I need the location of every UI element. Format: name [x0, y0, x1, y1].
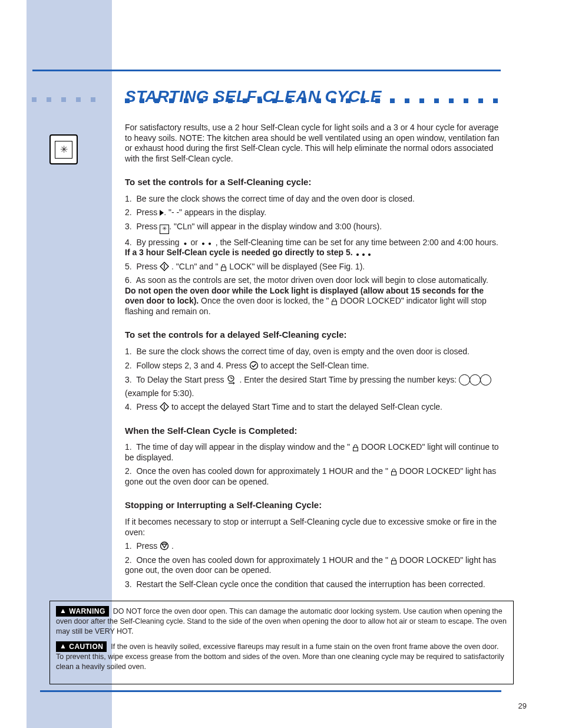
step-1-6: 6. As soon as the controls are set, the …	[125, 275, 501, 317]
intro-paragraph: For satisfactory results, use a 2 hour S…	[125, 123, 501, 164]
svg-marker-20	[162, 544, 167, 548]
svg-point-2	[209, 242, 211, 245]
caution-badge: ▲ CAUTION	[56, 641, 107, 652]
ok-icon	[249, 361, 259, 370]
self-clean-key-icon: ✳	[160, 225, 169, 234]
svg-point-19	[161, 542, 168, 550]
step-4-2: 2. Once the oven has cooled down for app…	[125, 555, 501, 576]
svg-rect-21	[391, 561, 396, 564]
lock-icon	[220, 264, 227, 271]
step-2-1: 1. Be sure the clock shows the correct t…	[125, 347, 501, 357]
delay-start-icon	[227, 375, 237, 384]
section-2-heading: To set the controls for a delayed Self-C…	[125, 330, 501, 341]
step-4-1: 1. Press .	[125, 541, 501, 552]
section-4-heading: Stopping or Interrupting a Self-Cleaning…	[125, 500, 501, 511]
step-3-1: 1. The time of day will appear in the di…	[125, 442, 501, 463]
up-arrow-icon	[182, 241, 189, 247]
lock-icon	[352, 444, 359, 452]
svg-rect-18	[391, 472, 396, 475]
step-1-2: 2. Press . "- -" appears in the display.	[125, 207, 501, 218]
title-dots	[125, 98, 498, 103]
start-icon	[160, 262, 169, 271]
svg-point-4	[362, 253, 365, 256]
svg-rect-9	[332, 301, 337, 305]
step-2-2: 2. Follow steps 2, 3 and 4. Press to acc…	[125, 361, 501, 371]
lock-icon	[391, 469, 397, 476]
step-1-5: 5. Press . "CLn" and " LOCK" will be dis…	[125, 262, 501, 272]
stop-icon	[160, 541, 169, 551]
content: For satisfactory results, use a 2 hour S…	[125, 123, 501, 593]
section-3-heading: When the Self-Clean Cycle is Completed:	[125, 426, 501, 437]
top-rule	[32, 70, 501, 71]
step-4-3: 3. Restart the Self-Clean cycle once the…	[125, 579, 501, 590]
svg-point-10	[250, 361, 257, 369]
step-1-3: 3. Press ✳. "CLn" will appear in the dis…	[125, 222, 501, 234]
down-arrow-icon	[200, 241, 213, 247]
keypad-icon	[459, 374, 491, 388]
page-number: 29	[518, 701, 527, 710]
svg-point-0	[184, 242, 186, 245]
sparkle-icon: ✳	[60, 144, 68, 155]
caution-row: ▲ CAUTION If the oven is heavily soiled,…	[56, 641, 507, 672]
svg-point-5	[368, 253, 371, 256]
page: STARTING SELF-CLEAN CYCLE ✳ For satisfac…	[0, 0, 562, 728]
step-2-3: 3. To Delay the Start press . Enter the …	[125, 374, 501, 398]
svg-rect-17	[353, 447, 358, 451]
warning-text: DO NOT force the oven door open. This ca…	[56, 607, 507, 635]
step-1-1: 1. Be sure the clock shows the correct t…	[125, 194, 501, 205]
step-2-4: 4. Press to accept the delayed Start Tim…	[125, 402, 501, 413]
warning-badge: ▲ WARNING	[56, 606, 109, 617]
svg-rect-8	[222, 267, 226, 271]
lock-icon	[331, 298, 338, 305]
lock-icon	[391, 558, 397, 565]
three-dots-icon	[355, 252, 373, 257]
start-icon	[160, 402, 169, 411]
step-4-intro: If it becomes necessary to stop or inter…	[125, 517, 501, 538]
step-3-2: 2. Once the oven has cooled down for app…	[125, 466, 501, 487]
svg-point-3	[356, 253, 359, 256]
page-title-row: STARTING SELF-CLEAN CYCLE	[125, 87, 382, 106]
step-1-4: 4. By pressing or , the Self-Cleaning ti…	[125, 238, 501, 258]
warning-row: ▲ WARNING DO NOT force the oven door ope…	[56, 606, 507, 637]
bottom-rule	[40, 690, 501, 692]
notice-box: ▲ WARNING DO NOT force the oven door ope…	[49, 601, 514, 684]
sidebar-dots	[32, 97, 95, 102]
section-1-heading: To set the controls for a Self-Cleaning …	[125, 177, 501, 188]
svg-point-1	[202, 242, 204, 245]
caution-text: If the oven is heavily soiled, excessive…	[56, 643, 504, 671]
self-clean-icon: ✳	[49, 134, 78, 164]
